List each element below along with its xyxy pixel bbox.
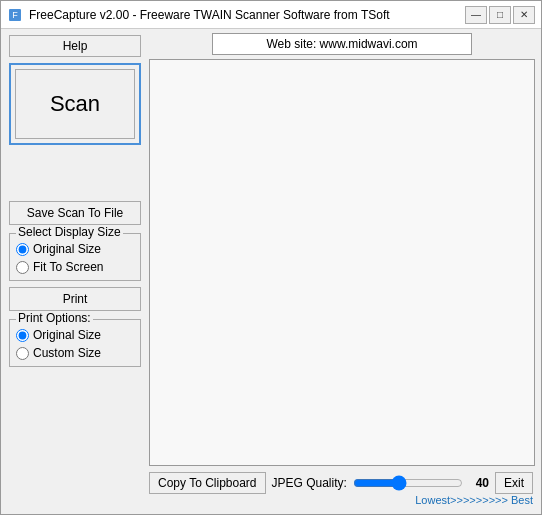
fit-to-screen-radio[interactable]	[16, 261, 29, 274]
print-custom-size-radio[interactable]	[16, 347, 29, 360]
jpeg-scale-text: Lowest>>>>>>>>> Best	[415, 494, 533, 506]
copy-to-clipboard-button[interactable]: Copy To Clipboard	[149, 472, 266, 494]
print-original-size-radio[interactable]	[16, 329, 29, 342]
jpeg-quality-value: 40	[469, 476, 489, 490]
exit-button[interactable]: Exit	[495, 472, 533, 494]
jpeg-quality-slider[interactable]	[353, 475, 463, 491]
title-bar: F FreeCapture v2.00 - Freeware TWAIN Sca…	[1, 1, 541, 29]
scan-button-container: Scan	[9, 63, 141, 145]
print-options-title: Print Options:	[16, 311, 93, 325]
right-panel: Web site: www.midwavi.com Copy To Clipbo…	[149, 29, 541, 514]
jpeg-best-label: Best	[511, 494, 533, 506]
display-size-title: Select Display Size	[16, 225, 123, 239]
display-size-group: Select Display Size Original Size Fit To…	[9, 233, 141, 281]
scan-button[interactable]: Scan	[15, 69, 135, 139]
jpeg-slider-container	[353, 475, 463, 491]
original-size-option[interactable]: Original Size	[16, 242, 134, 256]
svg-text:F: F	[12, 10, 18, 20]
scan-preview-area	[149, 59, 535, 466]
maximize-button[interactable]: □	[489, 6, 511, 24]
save-scan-button[interactable]: Save Scan To File	[9, 201, 141, 225]
fit-to-screen-label: Fit To Screen	[33, 260, 103, 274]
app-icon: F	[7, 7, 23, 23]
content-area: Help Scan Save Scan To File Select Displ…	[1, 29, 541, 514]
website-bar: Web site: www.midwavi.com	[212, 33, 472, 55]
original-size-radio[interactable]	[16, 243, 29, 256]
print-button[interactable]: Print	[9, 287, 141, 311]
close-button[interactable]: ✕	[513, 6, 535, 24]
fit-to-screen-option[interactable]: Fit To Screen	[16, 260, 134, 274]
jpeg-scale-row: Lowest>>>>>>>>> Best	[149, 494, 535, 508]
left-panel: Help Scan Save Scan To File Select Displ…	[1, 29, 149, 514]
jpeg-lowest-label: Lowest>>>>>>>>>	[415, 494, 508, 506]
print-custom-size-label: Custom Size	[33, 346, 101, 360]
help-button[interactable]: Help	[9, 35, 141, 57]
window-controls: — □ ✕	[465, 6, 535, 24]
print-options-group: Print Options: Original Size Custom Size	[9, 319, 141, 367]
jpeg-quality-label: JPEG Quality:	[272, 476, 347, 490]
print-custom-size-option[interactable]: Custom Size	[16, 346, 134, 360]
bottom-controls: Copy To Clipboard JPEG Quality: 40 Exit	[149, 472, 535, 494]
minimize-button[interactable]: —	[465, 6, 487, 24]
window-title: FreeCapture v2.00 - Freeware TWAIN Scann…	[29, 8, 465, 22]
main-window: F FreeCapture v2.00 - Freeware TWAIN Sca…	[0, 0, 542, 515]
original-size-label: Original Size	[33, 242, 101, 256]
print-original-size-option[interactable]: Original Size	[16, 328, 134, 342]
print-original-size-label: Original Size	[33, 328, 101, 342]
